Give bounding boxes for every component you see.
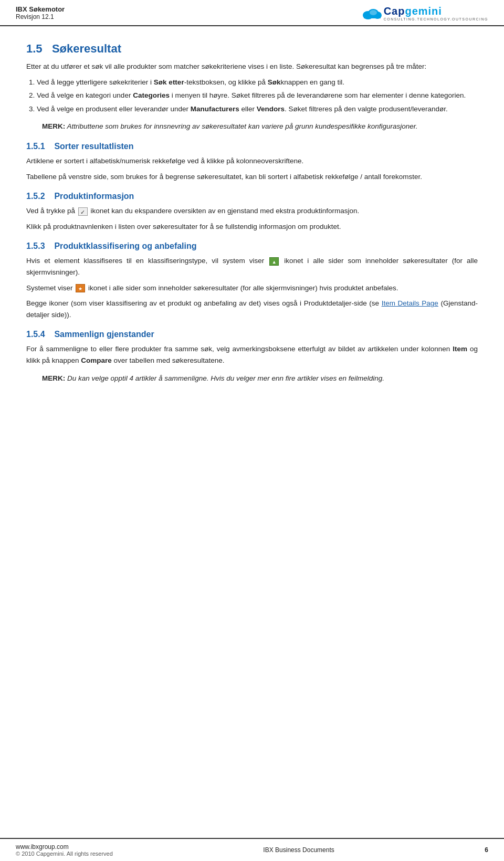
section-15-intro: Etter at du utfører et søk vil alle prod… [26, 61, 478, 72]
main-content: 1.5 Søkeresultat Etter at du utfører et … [0, 26, 504, 401]
svg-point-4 [370, 10, 377, 15]
section-151-number: 1.5.1 [26, 142, 45, 151]
svg-rect-3 [364, 15, 381, 18]
section-153-para2: Systemet viser ★ ikonet i alle sider som… [26, 282, 478, 294]
section-153-para1: Hvis et element klassifiseres til en kla… [26, 255, 478, 278]
section-152-heading: 1.5.2 Produktinformasjon [26, 192, 478, 201]
section-152-para1: Ved å trykke på ✓ ikonet kan du ekspande… [26, 205, 478, 217]
note-block-1: MERK: Attributtene som brukes for innsne… [42, 121, 478, 132]
header-left: IBX Søkemotor Revisjon 12.1 [16, 5, 65, 20]
footer-website: www.ibxgroup.com [16, 843, 113, 850]
list-item-1: Ved å legge ytterligere søkekriterier i … [37, 77, 478, 88]
capgemini-cloud-icon [362, 6, 382, 20]
header-subtitle: Revisjon 12.1 [16, 13, 65, 20]
section-151-title: Sorter resultatlisten [54, 142, 133, 151]
page-footer: www.ibxgroup.com © 2010 Capgemini. All r… [0, 838, 504, 861]
section-15-number: 1.5 [26, 42, 43, 55]
section-151-para1: Artiklene er sortert i alfabetisk/numeri… [26, 155, 478, 167]
numbered-list: Ved å legge ytterligere søkekriterier i … [37, 77, 478, 115]
section-15-title: Søkeresultat [52, 42, 121, 55]
note1-text: Attributtene som brukes for innsnevring … [67, 122, 418, 130]
section-151-para2: Tabellene på venstre side, som brukes fo… [26, 171, 478, 183]
footer-center: IBX Business Documents [263, 846, 334, 854]
section-152-number: 1.5.2 [26, 192, 45, 201]
capgemini-logo: Capgemini CONSULTING.TECHNOLOGY.OUTSOURC… [362, 5, 488, 21]
note2-label: MERK: [42, 374, 65, 382]
section-153-number: 1.5.3 [26, 242, 45, 250]
list-item-3: Ved å velge en produsent eller leverandø… [37, 103, 478, 115]
note2-text: Du kan velge opptil 4 artikler å sammenl… [67, 374, 384, 382]
expand-icon: ✓ [78, 207, 88, 216]
footer-page: 6 [485, 846, 488, 854]
section-154-number: 1.5.4 [26, 330, 45, 339]
logo-text: Capgemini [384, 5, 442, 17]
section-154-para1: For å sammenligne to eller flere produkt… [26, 343, 478, 366]
section-152-para2: Klikk på produktnavnlenken i listen over… [26, 221, 478, 233]
footer-left: www.ibxgroup.com © 2010 Capgemini. All r… [16, 843, 113, 857]
classify-icon: ▲ [269, 257, 279, 266]
note1-label: MERK: [42, 122, 65, 130]
item-details-link[interactable]: Item Details Page [382, 299, 438, 307]
logo-tagline: CONSULTING.TECHNOLOGY.OUTSOURCING [384, 17, 488, 21]
section-153-heading: 1.5.3 Produktklassifisering og anbefalin… [26, 242, 478, 251]
section-152-title: Produktinformasjon [54, 192, 134, 201]
header-title: IBX Søkemotor [16, 5, 65, 13]
section-154-title: Sammenlign gjenstander [54, 330, 154, 339]
section-153-para3: Begge ikoner (som viser klassifisering a… [26, 298, 478, 320]
note-block-2: MERK: Du kan velge opptil 4 artikler å s… [42, 373, 478, 384]
section-154-heading: 1.5.4 Sammenlign gjenstander [26, 330, 478, 339]
list-item-2: Ved å velge en kategori under Categories… [37, 90, 478, 101]
section-153-title: Produktklassifisering og anbefaling [54, 242, 196, 250]
recommend-icon: ★ [76, 284, 85, 292]
page-header: IBX Søkemotor Revisjon 12.1 Capgemini CO… [0, 0, 504, 26]
logo-area: Capgemini CONSULTING.TECHNOLOGY.OUTSOURC… [362, 5, 488, 21]
section-15-heading: 1.5 Søkeresultat [26, 42, 478, 56]
footer-copyright: © 2010 Capgemini. All rights reserved [16, 850, 113, 857]
section-151-heading: 1.5.1 Sorter resultatlisten [26, 142, 478, 151]
